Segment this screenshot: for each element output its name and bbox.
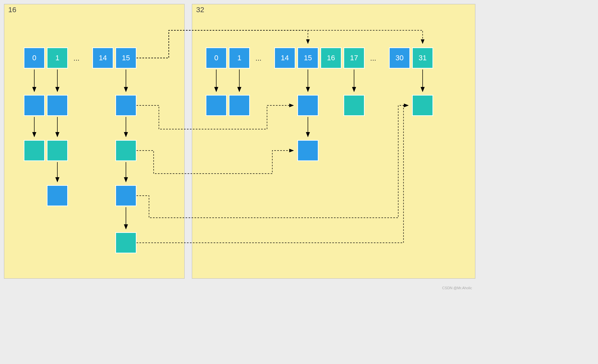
cell-L0: 0 (24, 47, 45, 69)
cell-Lr3b (115, 185, 136, 206)
cell-R16: 16 (320, 47, 342, 69)
cell-Rr1d (344, 95, 365, 116)
panel-left-title: 16 (8, 6, 16, 14)
cell-R15: 15 (297, 47, 318, 69)
cell-Rr2 (297, 140, 318, 161)
cell-R0: 0 (206, 47, 227, 69)
cell-R30: 30 (389, 47, 410, 69)
ellipsis: ... (252, 54, 265, 63)
panel-right-title: 32 (196, 6, 204, 14)
cell-Lr3 (47, 185, 68, 206)
cell-Rr1c (297, 95, 318, 116)
panel-right: 32 (192, 4, 475, 279)
cell-Lr2c (115, 140, 136, 161)
cell-Lr1a (24, 95, 45, 116)
cell-R1: 1 (229, 47, 250, 69)
cell-R31: 31 (412, 47, 433, 69)
cell-R14: 14 (274, 47, 295, 69)
cell-L1: 1 (47, 47, 68, 69)
ellipsis: ... (70, 54, 83, 63)
credit-text: CSDN @Mr.Aholic (442, 286, 472, 290)
ellipsis: ... (367, 54, 380, 63)
cell-Rr1e (412, 95, 433, 116)
cell-Rr1b (229, 95, 250, 116)
cell-Lr1c (115, 95, 136, 116)
cell-Lr2a (24, 140, 45, 161)
cell-L15: 15 (115, 47, 136, 69)
cell-Rr1a (206, 95, 227, 116)
cell-Lr1b (47, 95, 68, 116)
cell-Lr2b (47, 140, 68, 161)
cell-R17: 17 (344, 47, 365, 69)
diagram-canvas: 16 32 CSDN @Mr.Aholic 01...141501...1415… (4, 4, 475, 291)
cell-L14: 14 (92, 47, 113, 69)
cell-Lr4 (115, 232, 136, 253)
